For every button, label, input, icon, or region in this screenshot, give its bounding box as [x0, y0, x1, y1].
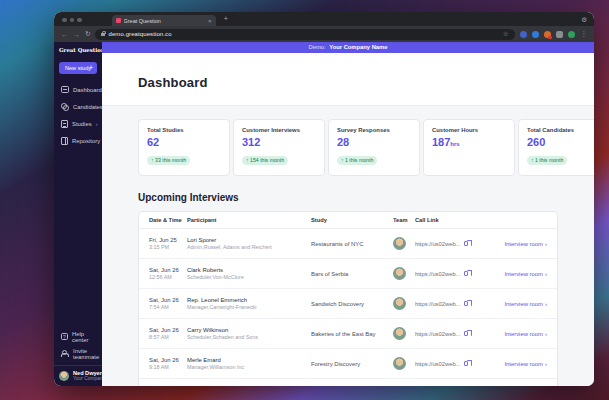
gear-icon[interactable]: ⚙: [581, 17, 587, 24]
footer-item-label: Help center: [72, 331, 95, 343]
show-all-link[interactable]: Show all 18: [139, 379, 557, 386]
study-name: Restaurants of NYC: [311, 241, 393, 247]
team-avatar: [393, 267, 406, 280]
copy-link-icon[interactable]: [464, 331, 468, 336]
browser-window: Great Question × + ⚙ ← → ↻ demo.greatque…: [54, 12, 594, 386]
stat-label: Customer Interviews: [242, 127, 316, 133]
lock-icon: [101, 33, 105, 36]
team-avatar: [393, 357, 406, 370]
browser-menu-icon[interactable]: ⋮: [581, 31, 588, 38]
stat-card: Total Studies 62 ↑ 33 this month: [138, 119, 230, 176]
bookmark-star-icon[interactable]: ☆: [503, 31, 509, 38]
participant-role: Scheduler,Schaden and Sons: [187, 334, 311, 340]
table-row: Sat, Jun 26 7:54 AM Rep. Leonel Emmerich…: [139, 289, 557, 319]
demo-banner-prefix: Demo:: [309, 44, 326, 50]
table-row: Sat, Jun 26 9:18 AM Merle Emard Manager,…: [139, 349, 557, 379]
chevron-right-icon: ›: [545, 331, 547, 337]
copy-link-icon[interactable]: [464, 361, 468, 366]
desktop-wallpaper: Great Question × + ⚙ ← → ↻ demo.greatque…: [0, 0, 609, 400]
plus-icon: +: [89, 64, 93, 71]
interview-date: Fri, Jun 25: [149, 237, 187, 243]
browser-tab[interactable]: Great Question ×: [112, 15, 216, 26]
url-text: demo.greatquestion.co: [108, 31, 171, 37]
interview-date: Sat, Jun 26: [149, 267, 187, 273]
copy-link-icon[interactable]: [464, 301, 468, 306]
demo-banner-company: Your Company Name: [329, 44, 387, 50]
interview-time: 8:57 AM: [149, 334, 187, 340]
chevron-right-icon: ›: [96, 121, 98, 127]
app-frame: Great Question ⇤ New study + Dashboard: [54, 42, 594, 386]
upcoming-interviews-title: Upcoming Interviews: [138, 192, 594, 203]
participant-name: Carry Wilkinson: [187, 327, 311, 333]
new-tab-button[interactable]: +: [224, 15, 229, 23]
stat-label: Survey Responses: [337, 127, 411, 133]
demo-banner: Demo: Your Company Name: [102, 42, 594, 53]
site-favicon: [116, 18, 121, 23]
user-profile[interactable]: Ned Dwyer Your Company Name: [54, 365, 102, 386]
notification-extension-icon[interactable]: [544, 31, 551, 38]
page-body: Total Studies 62 ↑ 33 this month Custome…: [102, 106, 594, 386]
back-button[interactable]: ←: [61, 31, 68, 38]
interview-room-link[interactable]: Interview room›: [504, 301, 547, 307]
sidebar-nav-item[interactable]: Candidates: [57, 99, 99, 114]
tab-title: Great Question: [124, 18, 205, 24]
sidebar-header: Great Question ⇤: [54, 42, 102, 55]
footer-item-label: Invite teammate: [73, 348, 99, 360]
stat-card: Survey Responses 28 ↑ 1 this month: [328, 119, 420, 176]
chevron-right-icon: ›: [545, 301, 547, 307]
window-controls: [62, 18, 82, 23]
interview-date: Sat, Jun 26: [149, 357, 187, 363]
chevron-right-icon: ›: [545, 361, 547, 367]
stat-unit: hrs: [450, 141, 459, 147]
green-extension-icon[interactable]: [568, 31, 575, 38]
sidebar-nav-item[interactable]: Dashboard: [57, 82, 99, 97]
sidebar-nav-item[interactable]: Repository: [57, 133, 99, 148]
forward-button[interactable]: →: [73, 31, 80, 38]
nav-item-label: Dashboard: [73, 87, 102, 93]
team-avatar: [393, 297, 406, 310]
nav-item-label: Repository: [72, 138, 100, 144]
interview-room-link[interactable]: Interview room›: [504, 241, 547, 247]
participant-name: Merle Emard: [187, 357, 311, 363]
page-header: Dashboard: [102, 53, 594, 106]
new-study-button[interactable]: New study +: [59, 62, 97, 74]
url-bar[interactable]: demo.greatquestion.co ☆: [95, 29, 514, 40]
extensions-puzzle-icon[interactable]: [556, 31, 563, 38]
stat-card: Customer Interviews 312 ↑ 154 this month: [233, 119, 325, 176]
table-row: Sat, Jun 26 8:57 AM Carry Wilkinson Sche…: [139, 319, 557, 349]
reload-button[interactable]: ↻: [85, 31, 90, 38]
page-title: Dashboard: [138, 75, 594, 90]
close-window-button[interactable]: [62, 18, 67, 23]
dashboard-icon: [61, 86, 69, 93]
stat-card: Customer Hours 187hrs: [423, 119, 515, 176]
stat-value: 187hrs: [432, 136, 506, 148]
sidebar-footer-item[interactable]: Help center: [57, 329, 99, 344]
interview-time: 9:18 AM: [149, 364, 187, 370]
interview-room-link[interactable]: Interview room›: [504, 331, 547, 337]
candidates-icon: [61, 103, 69, 111]
password-manager-extension-icon[interactable]: [520, 31, 527, 38]
blue-extension-icon[interactable]: [532, 31, 539, 38]
zoom-window-button[interactable]: [77, 18, 82, 23]
copy-link-icon[interactable]: [464, 241, 468, 246]
repository-icon: [61, 137, 68, 145]
participant-role: Scheduler,Von-McClure: [187, 274, 311, 280]
interview-room-link[interactable]: Interview room›: [504, 271, 547, 277]
minimize-window-button[interactable]: [70, 18, 75, 23]
copy-link-icon[interactable]: [464, 271, 468, 276]
interview-room-link[interactable]: Interview room›: [504, 361, 547, 367]
browser-tab-strip: Great Question × + ⚙: [54, 12, 594, 26]
column-call-link: Call Link: [415, 217, 481, 223]
call-link-url: https://us02web...: [415, 241, 460, 247]
call-link-url: https://us02web...: [415, 361, 460, 367]
new-study-label: New study: [65, 65, 91, 71]
main-column: Demo: Your Company Name Dashboard Total …: [102, 42, 594, 386]
sidebar-footer-item[interactable]: Invite teammate: [57, 346, 99, 361]
study-name: Bakeries of the East Bay: [311, 331, 393, 337]
stat-value: 260: [527, 136, 594, 148]
user-avatar: [59, 371, 69, 381]
interview-time: 12:56 AM: [149, 274, 187, 280]
close-tab-icon[interactable]: ×: [208, 18, 212, 24]
sidebar-nav-item[interactable]: Studies ›: [57, 116, 99, 131]
participant-name: Rep. Leonel Emmerich: [187, 297, 311, 303]
